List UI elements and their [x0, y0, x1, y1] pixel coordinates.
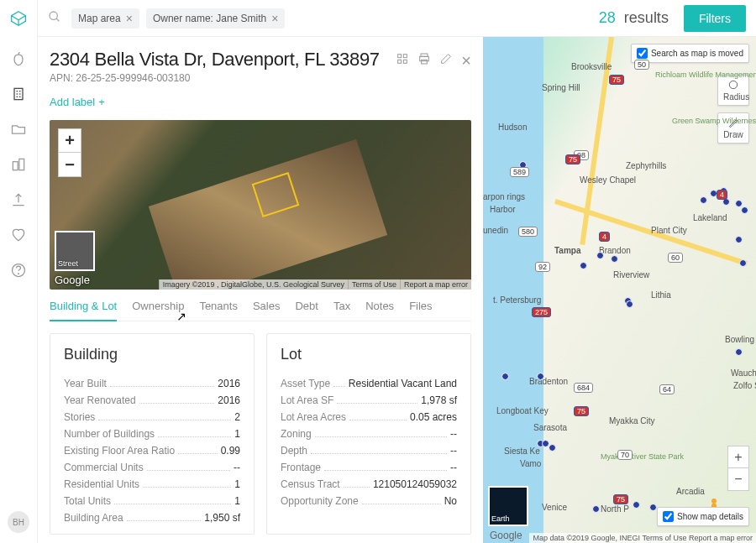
- result-marker[interactable]: [596, 252, 604, 259]
- grid-icon[interactable]: [396, 52, 409, 68]
- results-map[interactable]: Search as map is moved Radius Draw Brook…: [483, 37, 756, 543]
- map-place-label: Harbor: [490, 205, 516, 214]
- side-navigation: BH: [0, 0, 38, 543]
- result-marker[interactable]: [549, 444, 556, 452]
- show-map-details-checkbox[interactable]: Show map details: [657, 507, 749, 526]
- result-marker[interactable]: [735, 236, 743, 243]
- route-shield: 580: [518, 227, 538, 237]
- result-marker[interactable]: [611, 255, 618, 263]
- tab-tenants[interactable]: Tenants: [199, 300, 238, 321]
- app-logo-icon[interactable]: [10, 10, 27, 27]
- data-row: Number of Buildings1: [64, 426, 240, 442]
- route-shield: 75: [609, 75, 624, 85]
- svg-point-10: [18, 274, 19, 274]
- map-zoom-control: + −: [727, 446, 749, 491]
- result-marker[interactable]: [649, 504, 657, 511]
- result-marker[interactable]: [739, 259, 747, 267]
- buildings-icon[interactable]: [10, 156, 27, 173]
- result-marker[interactable]: [735, 348, 743, 356]
- lot-panel: Lot Asset TypeResidential Vacant LandLot…: [266, 333, 471, 535]
- building-icon[interactable]: [10, 86, 27, 102]
- route-shield: 64: [659, 384, 675, 394]
- tab-tax[interactable]: Tax: [333, 300, 350, 321]
- tab-building-lot[interactable]: Building & Lot: [50, 300, 117, 321]
- data-row: Depth--: [281, 442, 457, 459]
- heart-icon[interactable]: [10, 227, 27, 243]
- map-place-label: Lakeland: [693, 213, 727, 222]
- zoom-in-button[interactable]: +: [59, 129, 81, 153]
- map-zoom-out[interactable]: −: [728, 468, 748, 490]
- svg-point-22: [711, 499, 717, 504]
- svg-point-21: [729, 81, 737, 88]
- data-row: Existing Floor Area Ratio0.99: [64, 442, 240, 459]
- route-shield: 50: [634, 60, 649, 70]
- search-as-moved-input[interactable]: [637, 48, 648, 59]
- result-marker[interactable]: [741, 206, 748, 214]
- result-marker[interactable]: [735, 200, 743, 207]
- result-marker[interactable]: [592, 505, 600, 513]
- building-panel: Building Year Built2016Year Renovated201…: [50, 333, 255, 535]
- route-shield: 589: [510, 167, 529, 177]
- tab-files[interactable]: Files: [409, 300, 432, 321]
- earth-view-thumbnail[interactable]: Earth: [488, 486, 528, 526]
- map-place-label: Wesley Chapel: [580, 175, 636, 185]
- folder-icon[interactable]: [10, 121, 27, 138]
- tab-ownership[interactable]: Ownership↖: [132, 300, 184, 321]
- map-place-label: Myakka City: [609, 416, 654, 426]
- data-row: Census Tract121050124059032: [281, 476, 457, 493]
- tab-debt[interactable]: Debt: [295, 300, 318, 321]
- result-marker[interactable]: [633, 501, 640, 509]
- lot-panel-title: Lot: [281, 346, 457, 363]
- print-icon[interactable]: [417, 52, 431, 68]
- map-place-label: t. Petersburg: [493, 295, 541, 305]
- svg-rect-7: [13, 162, 18, 170]
- svg-rect-19: [422, 60, 428, 64]
- aerial-map[interactable]: + − Street Google Imagery ©2019 , Digita…: [50, 120, 471, 290]
- add-label-button[interactable]: Add label +: [50, 96, 471, 108]
- chip-remove-icon[interactable]: ×: [126, 12, 133, 25]
- edit-icon[interactable]: [439, 52, 453, 68]
- result-marker[interactable]: [537, 373, 544, 380]
- filters-button[interactable]: Filters: [684, 5, 746, 32]
- map-place-label: North P: [601, 504, 629, 514]
- route-shield: 75: [565, 154, 580, 164]
- result-marker[interactable]: [700, 196, 707, 204]
- filter-chip-map-area[interactable]: Map area ×: [71, 8, 139, 29]
- tab-notes[interactable]: Notes: [365, 300, 394, 321]
- user-avatar[interactable]: BH: [8, 511, 29, 533]
- data-row: Residential Units1: [64, 476, 240, 493]
- help-icon[interactable]: [10, 262, 27, 279]
- map-place-label: arpon rings: [483, 192, 525, 201]
- route-shield: 75: [574, 406, 589, 416]
- map-place-label: Bradenton: [529, 377, 568, 386]
- data-row: Opportunity ZoneNo: [281, 493, 457, 509]
- building-panel-title: Building: [64, 346, 240, 363]
- show-map-details-input[interactable]: [663, 511, 674, 522]
- map-zoom-in[interactable]: +: [728, 446, 748, 468]
- map-place-label: Vamo: [520, 459, 541, 468]
- zoom-out-button[interactable]: −: [59, 153, 81, 176]
- result-marker[interactable]: [501, 373, 509, 380]
- search-icon[interactable]: [48, 10, 61, 26]
- filter-chip-owner-name[interactable]: Owner name: Jane Smith ×: [146, 8, 286, 29]
- svg-point-11: [50, 12, 57, 19]
- map-place-label: Zephyrhills: [626, 161, 666, 170]
- chip-remove-icon[interactable]: ×: [271, 12, 278, 25]
- data-row: Year Built2016: [64, 375, 240, 392]
- result-marker[interactable]: [626, 300, 633, 308]
- map-place-label: Spring Hill: [542, 83, 580, 92]
- street-view-thumbnail[interactable]: Street: [55, 231, 95, 271]
- svg-rect-8: [19, 159, 24, 170]
- map-place-label: Riverview: [613, 270, 649, 279]
- data-row: Frontage--: [281, 459, 457, 476]
- svg-rect-16: [404, 60, 407, 63]
- apple-icon[interactable]: [10, 50, 27, 67]
- property-detail-panel: 2304 Bella Vista Dr, Davenport, FL 33897…: [38, 37, 483, 543]
- upload-icon[interactable]: [10, 191, 27, 208]
- route-shield: 70: [617, 450, 633, 460]
- map-google-logo: Google: [490, 530, 522, 541]
- result-marker[interactable]: [580, 262, 587, 269]
- map-place-label: Plant City: [651, 226, 687, 235]
- tab-sales[interactable]: Sales: [253, 300, 281, 321]
- close-icon[interactable]: ×: [461, 54, 471, 67]
